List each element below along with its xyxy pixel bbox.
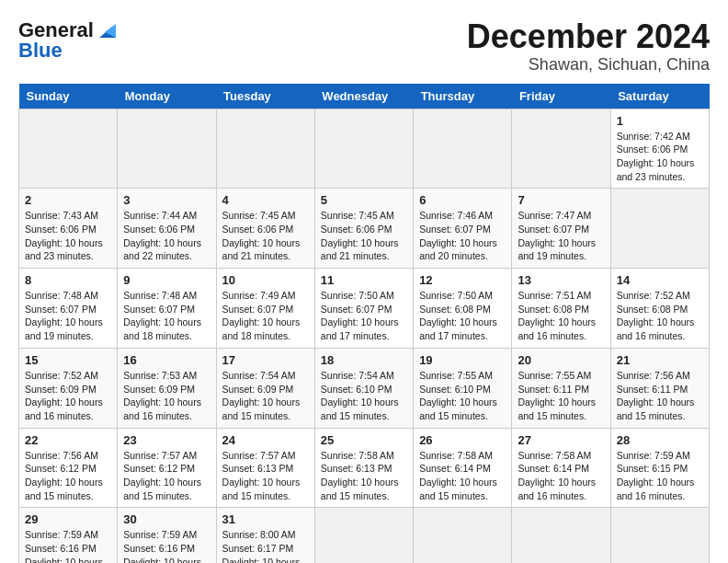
day-info: Sunrise: 7:58 AMSunset: 6:14 PMDaylight:… <box>419 449 506 503</box>
calendar-day-cell <box>512 508 610 563</box>
day-number: 31 <box>222 512 309 526</box>
day-number: 11 <box>321 273 407 287</box>
day-number: 21 <box>617 353 703 367</box>
calendar-day-cell <box>414 109 512 189</box>
day-number: 10 <box>222 273 309 287</box>
calendar-week-row: 15Sunrise: 7:52 AMSunset: 6:09 PMDayligh… <box>19 348 710 428</box>
day-info: Sunrise: 7:48 AMSunset: 6:07 PMDaylight:… <box>123 289 210 343</box>
calendar-day-cell <box>512 109 610 189</box>
day-number: 13 <box>518 273 604 287</box>
day-number: 2 <box>25 193 111 207</box>
calendar-day-cell: 28Sunrise: 7:59 AMSunset: 6:15 PMDayligh… <box>610 428 709 508</box>
day-info: Sunrise: 7:45 AMSunset: 6:06 PMDaylight:… <box>321 209 407 263</box>
calendar-day-cell: 7Sunrise: 7:47 AMSunset: 6:07 PMDaylight… <box>512 189 610 269</box>
day-number: 18 <box>321 353 407 367</box>
day-info: Sunrise: 7:45 AMSunset: 6:06 PMDaylight:… <box>222 209 309 263</box>
calendar-day-header: Friday <box>512 84 610 109</box>
day-number: 14 <box>617 273 703 287</box>
day-info: Sunrise: 7:50 AMSunset: 6:07 PMDaylight:… <box>321 289 407 343</box>
day-info: Sunrise: 7:52 AMSunset: 6:08 PMDaylight:… <box>617 289 703 343</box>
day-number: 19 <box>419 353 506 367</box>
day-info: Sunrise: 7:47 AMSunset: 6:07 PMDaylight:… <box>518 209 604 263</box>
day-number: 1 <box>617 114 703 128</box>
day-info: Sunrise: 7:59 AMSunset: 6:16 PMDaylight:… <box>123 528 210 563</box>
day-info: Sunrise: 7:54 AMSunset: 6:10 PMDaylight:… <box>321 369 407 423</box>
day-info: Sunrise: 7:49 AMSunset: 6:07 PMDaylight:… <box>222 289 309 343</box>
calendar-day-cell: 2Sunrise: 7:43 AMSunset: 6:06 PMDaylight… <box>19 189 118 269</box>
day-info: Sunrise: 7:44 AMSunset: 6:06 PMDaylight:… <box>123 209 210 263</box>
calendar-day-cell: 19Sunrise: 7:55 AMSunset: 6:10 PMDayligh… <box>414 348 512 428</box>
calendar-day-cell: 6Sunrise: 7:46 AMSunset: 6:07 PMDaylight… <box>414 189 512 269</box>
calendar-day-cell: 13Sunrise: 7:51 AMSunset: 6:08 PMDayligh… <box>512 269 610 349</box>
day-info: Sunrise: 7:54 AMSunset: 6:09 PMDaylight:… <box>222 369 309 423</box>
day-number: 26 <box>419 433 506 447</box>
day-info: Sunrise: 7:59 AMSunset: 6:16 PMDaylight:… <box>25 528 111 563</box>
day-info: Sunrise: 7:58 AMSunset: 6:13 PMDaylight:… <box>321 449 407 503</box>
calendar-day-cell: 24Sunrise: 7:57 AMSunset: 6:13 PMDayligh… <box>216 428 314 508</box>
calendar-day-cell <box>118 109 216 189</box>
calendar-day-cell: 11Sunrise: 7:50 AMSunset: 6:07 PMDayligh… <box>314 269 413 349</box>
calendar-day-header: Sunday <box>19 84 118 109</box>
day-number: 17 <box>222 353 309 367</box>
day-info: Sunrise: 7:43 AMSunset: 6:06 PMDaylight:… <box>25 209 111 263</box>
title-block: December 2024 Shawan, Sichuan, China <box>467 18 710 75</box>
day-number: 30 <box>123 512 210 526</box>
day-info: Sunrise: 7:56 AMSunset: 6:11 PMDaylight:… <box>617 369 703 423</box>
calendar-day-cell: 18Sunrise: 7:54 AMSunset: 6:10 PMDayligh… <box>314 348 413 428</box>
page-subtitle: Shawan, Sichuan, China <box>467 55 710 75</box>
calendar-day-header: Monday <box>118 84 216 109</box>
day-number: 6 <box>419 193 506 207</box>
day-number: 24 <box>222 433 309 447</box>
calendar-day-cell: 21Sunrise: 7:56 AMSunset: 6:11 PMDayligh… <box>610 348 709 428</box>
day-number: 27 <box>518 433 604 447</box>
day-info: Sunrise: 7:55 AMSunset: 6:11 PMDaylight:… <box>518 369 604 423</box>
calendar-day-cell <box>414 508 512 563</box>
page-title: December 2024 <box>467 18 710 55</box>
calendar-week-row: 29Sunrise: 7:59 AMSunset: 6:16 PMDayligh… <box>19 508 710 563</box>
day-number: 29 <box>25 512 111 526</box>
logo-icon <box>96 19 116 40</box>
day-info: Sunrise: 7:53 AMSunset: 6:09 PMDaylight:… <box>123 369 210 423</box>
day-number: 8 <box>25 273 111 287</box>
calendar-day-cell <box>610 189 709 269</box>
calendar-header-row: SundayMondayTuesdayWednesdayThursdayFrid… <box>19 84 710 109</box>
calendar-day-cell: 25Sunrise: 7:58 AMSunset: 6:13 PMDayligh… <box>314 428 413 508</box>
calendar-day-cell: 10Sunrise: 7:49 AMSunset: 6:07 PMDayligh… <box>216 269 314 349</box>
day-info: Sunrise: 7:48 AMSunset: 6:07 PMDaylight:… <box>25 289 111 343</box>
day-info: Sunrise: 8:00 AMSunset: 6:17 PMDaylight:… <box>222 528 309 563</box>
day-number: 3 <box>123 193 210 207</box>
logo-blue: Blue <box>18 39 63 63</box>
calendar-day-cell <box>610 508 709 563</box>
calendar-week-row: 2Sunrise: 7:43 AMSunset: 6:06 PMDaylight… <box>19 189 710 269</box>
day-info: Sunrise: 7:42 AMSunset: 6:06 PMDaylight:… <box>617 130 703 184</box>
day-number: 5 <box>321 193 407 207</box>
calendar-day-header: Wednesday <box>314 84 413 109</box>
calendar-day-cell: 4Sunrise: 7:45 AMSunset: 6:06 PMDaylight… <box>216 189 314 269</box>
day-info: Sunrise: 7:56 AMSunset: 6:12 PMDaylight:… <box>25 449 111 503</box>
calendar-day-cell: 26Sunrise: 7:58 AMSunset: 6:14 PMDayligh… <box>414 428 512 508</box>
calendar-day-cell: 15Sunrise: 7:52 AMSunset: 6:09 PMDayligh… <box>19 348 118 428</box>
calendar-day-header: Thursday <box>414 84 512 109</box>
day-number: 25 <box>321 433 407 447</box>
day-number: 22 <box>25 433 111 447</box>
day-info: Sunrise: 7:50 AMSunset: 6:08 PMDaylight:… <box>419 289 506 343</box>
calendar-day-cell: 1Sunrise: 7:42 AMSunset: 6:06 PMDaylight… <box>610 109 709 189</box>
day-info: Sunrise: 7:52 AMSunset: 6:09 PMDaylight:… <box>25 369 111 423</box>
calendar-week-row: 8Sunrise: 7:48 AMSunset: 6:07 PMDaylight… <box>19 269 710 349</box>
calendar-day-cell: 30Sunrise: 7:59 AMSunset: 6:16 PMDayligh… <box>118 508 216 563</box>
day-info: Sunrise: 7:58 AMSunset: 6:14 PMDaylight:… <box>518 449 604 503</box>
day-number: 15 <box>25 353 111 367</box>
day-info: Sunrise: 7:51 AMSunset: 6:08 PMDaylight:… <box>518 289 604 343</box>
day-info: Sunrise: 7:57 AMSunset: 6:13 PMDaylight:… <box>222 449 309 503</box>
calendar-day-cell <box>314 109 413 189</box>
calendar-day-cell: 22Sunrise: 7:56 AMSunset: 6:12 PMDayligh… <box>19 428 118 508</box>
day-info: Sunrise: 7:59 AMSunset: 6:15 PMDaylight:… <box>617 449 703 503</box>
calendar-day-cell: 17Sunrise: 7:54 AMSunset: 6:09 PMDayligh… <box>216 348 314 428</box>
calendar-day-cell: 27Sunrise: 7:58 AMSunset: 6:14 PMDayligh… <box>512 428 610 508</box>
day-number: 9 <box>123 273 210 287</box>
calendar-day-cell: 5Sunrise: 7:45 AMSunset: 6:06 PMDaylight… <box>314 189 413 269</box>
page-header: General Blue December 2024 Shawan, Sichu… <box>18 18 710 75</box>
calendar-week-row: 1Sunrise: 7:42 AMSunset: 6:06 PMDaylight… <box>19 109 710 189</box>
calendar-day-cell: 8Sunrise: 7:48 AMSunset: 6:07 PMDaylight… <box>19 269 118 349</box>
calendar-day-header: Tuesday <box>216 84 314 109</box>
